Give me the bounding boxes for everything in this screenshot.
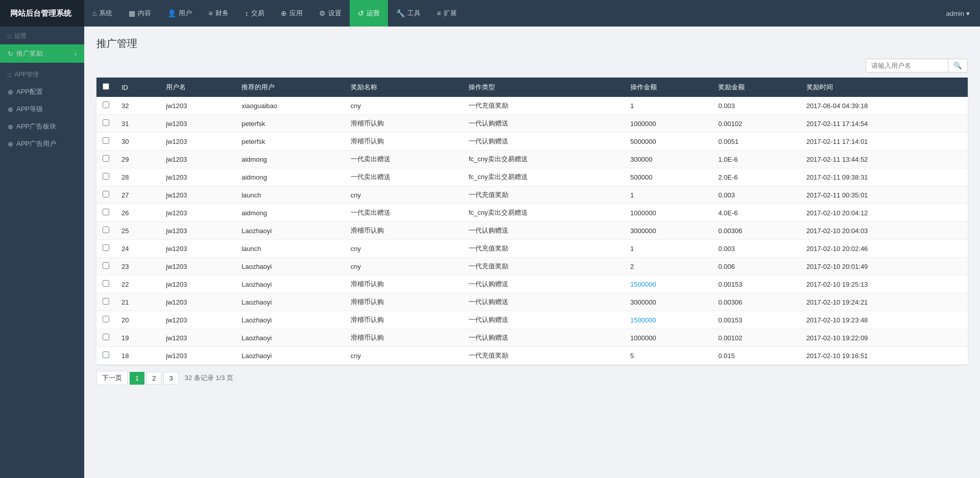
sidebar-item-app-ad-block[interactable]: ⊕ APP广告板块 bbox=[0, 118, 84, 135]
header-checkbox bbox=[96, 78, 115, 97]
row-checkbox[interactable] bbox=[103, 137, 109, 144]
cell-time: 2017-02-10 20:04:03 bbox=[800, 222, 968, 240]
home-icon: ⌂ bbox=[92, 9, 96, 17]
cell-reward-name: cny bbox=[345, 186, 462, 204]
cell-op-type: fc_cny卖出交易赠送 bbox=[462, 168, 624, 186]
col-op-amount: 操作金额 bbox=[624, 78, 712, 97]
prev-page-button[interactable]: 下一页 bbox=[96, 371, 128, 385]
cell-reward-name: 滑稽币认购 bbox=[345, 222, 462, 240]
circle-plus4-icon: ⊕ bbox=[8, 140, 13, 148]
cell-reward-amount: 2.0E-6 bbox=[712, 168, 800, 186]
cell-time: 2017-02-11 09:38:31 bbox=[800, 168, 968, 186]
cell-referred: Laozhaoyi bbox=[235, 293, 345, 311]
nav-item-finance[interactable]: ≡ 财务 bbox=[200, 0, 236, 27]
cell-referred: Laozhaoyi bbox=[235, 222, 345, 240]
cell-username: jw1203 bbox=[160, 222, 235, 240]
cell-time: 2017-02-11 17:14:01 bbox=[800, 133, 968, 150]
row-checkbox[interactable] bbox=[103, 316, 109, 322]
content-icon: ▦ bbox=[129, 9, 135, 17]
main-layout: □ 运营 ↻ 推广奖励 › □ APP管理 ⊕ APP配置 ⊕ APP等级 ⊕ … bbox=[0, 27, 980, 478]
cell-username: jw1203 bbox=[160, 275, 235, 293]
cell-reward-name: 滑稽币认购 bbox=[345, 329, 462, 347]
cell-reward-name: 滑稽币认购 bbox=[345, 293, 462, 311]
row-checkbox[interactable] bbox=[103, 262, 109, 269]
cell-time: 2017-06-04 04:39:18 bbox=[800, 97, 968, 115]
table-header: ID 用户名 推荐的用户 奖励名称 操作类型 操作金额 奖励金额 奖励时间 bbox=[96, 78, 968, 97]
sidebar-item-promo[interactable]: ↻ 推广奖励 › bbox=[0, 44, 84, 63]
nav-item-user[interactable]: 👤 用户 bbox=[159, 0, 200, 27]
table-row: 19 jw1203 Laozhaoyi 滑稽币认购 一代认购赠送 1000000… bbox=[96, 329, 968, 347]
cell-id: 30 bbox=[115, 133, 160, 150]
sidebar-item-app-level[interactable]: ⊕ APP等级 bbox=[0, 100, 84, 118]
cell-referred: peterfsk bbox=[235, 133, 345, 150]
settings-icon: ⚙ bbox=[319, 9, 326, 17]
nav-item-operations[interactable]: ↺ 运营 bbox=[350, 0, 388, 27]
page-2-button[interactable]: 2 bbox=[146, 372, 161, 385]
select-all-checkbox[interactable] bbox=[103, 83, 109, 90]
cell-reward-name: 滑稽币认购 bbox=[345, 311, 462, 329]
nav-item-tools[interactable]: 🔧 工具 bbox=[388, 0, 429, 27]
cell-reward-amount: 1.0E-6 bbox=[712, 150, 800, 168]
cell-time: 2017-02-10 20:01:49 bbox=[800, 258, 968, 275]
page-1-button[interactable]: 1 bbox=[130, 372, 144, 385]
table-row: 25 jw1203 Laozhaoyi 滑稽币认购 一代认购赠送 3000000… bbox=[96, 222, 968, 240]
cell-reward-name: 滑稽币认购 bbox=[345, 133, 462, 150]
cell-referred: xiaoguaibao bbox=[235, 97, 345, 115]
page-3-button[interactable]: 3 bbox=[163, 372, 178, 385]
row-checkbox[interactable] bbox=[103, 102, 109, 108]
row-checkbox[interactable] bbox=[103, 298, 109, 305]
row-checkbox[interactable] bbox=[103, 155, 109, 162]
admin-menu[interactable]: admin ▾ bbox=[936, 10, 980, 17]
col-id: ID bbox=[115, 78, 160, 97]
chevron-down-icon: ▾ bbox=[966, 10, 970, 17]
cell-op-type: 一代充值奖励 bbox=[462, 258, 624, 275]
cell-reward-amount: 0.00153 bbox=[712, 311, 800, 329]
row-checkbox[interactable] bbox=[103, 227, 109, 233]
cell-op-amount: 300000 bbox=[624, 150, 712, 168]
page-title: 推广管理 bbox=[96, 37, 968, 51]
cell-referred: launch bbox=[235, 186, 345, 204]
nav-item-content[interactable]: ▦ 内容 bbox=[120, 0, 159, 27]
cell-op-type: fc_cny卖出交易赠送 bbox=[462, 150, 624, 168]
nav-item-extensions[interactable]: ≡ 扩展 bbox=[429, 0, 465, 27]
cell-time: 2017-02-10 19:24:21 bbox=[800, 293, 968, 311]
brand-title: 网站后台管理系统 bbox=[10, 9, 71, 18]
nav-item-system[interactable]: ⌂ 系统 bbox=[84, 0, 120, 27]
cell-reward-name: cny bbox=[345, 97, 462, 115]
search-input[interactable] bbox=[866, 59, 948, 72]
search-button[interactable]: 🔍 bbox=[948, 59, 967, 72]
cell-referred: aidmong bbox=[235, 204, 345, 222]
row-checkbox[interactable] bbox=[103, 209, 109, 215]
table-row: 18 jw1203 Laozhaoyi cny 一代充值奖励 5 0.015 2… bbox=[96, 347, 968, 365]
sidebar-item-app-config[interactable]: ⊕ APP配置 bbox=[0, 83, 84, 100]
sidebar-item-app-ad-user[interactable]: ⊕ APP广告用户 bbox=[0, 135, 84, 153]
cell-id: 27 bbox=[115, 186, 160, 204]
cell-time: 2017-02-10 20:02:46 bbox=[800, 240, 968, 258]
table-row: 31 jw1203 peterfsk 滑稽币认购 一代认购赠送 1000000 … bbox=[96, 115, 968, 133]
cell-op-amount: 3000000 bbox=[624, 293, 712, 311]
row-checkbox[interactable] bbox=[103, 119, 109, 126]
row-checkbox[interactable] bbox=[103, 244, 109, 251]
nav-item-trade[interactable]: ↕ 交易 bbox=[237, 0, 273, 27]
cell-op-amount: 1 bbox=[624, 240, 712, 258]
cell-op-amount: 500000 bbox=[624, 168, 712, 186]
row-checkbox[interactable] bbox=[103, 351, 109, 358]
nav-item-settings[interactable]: ⚙ 设置 bbox=[311, 0, 350, 27]
row-checkbox[interactable] bbox=[103, 280, 109, 287]
cell-op-type: 一代认购赠送 bbox=[462, 133, 624, 150]
cell-op-type: 一代认购赠送 bbox=[462, 115, 624, 133]
cell-id: 18 bbox=[115, 347, 160, 365]
nav-item-app[interactable]: ⊕ 应用 bbox=[273, 0, 311, 27]
cell-reward-amount: 0.00306 bbox=[712, 293, 800, 311]
square-icon: □ bbox=[8, 33, 11, 40]
row-checkbox[interactable] bbox=[103, 334, 109, 340]
table-row: 24 jw1203 launch cny 一代充值奖励 1 0.003 2017… bbox=[96, 240, 968, 258]
cell-username: jw1203 bbox=[160, 186, 235, 204]
row-checkbox[interactable] bbox=[103, 173, 109, 180]
cell-op-amount: 1500000 bbox=[624, 311, 712, 329]
table-row: 23 jw1203 Laozhaoyi cny 一代充值奖励 2 0.006 2… bbox=[96, 258, 968, 275]
promo-icon: ↻ bbox=[8, 50, 13, 58]
operations-icon: ↺ bbox=[358, 9, 364, 17]
cell-username: jw1203 bbox=[160, 150, 235, 168]
row-checkbox[interactable] bbox=[103, 191, 109, 197]
